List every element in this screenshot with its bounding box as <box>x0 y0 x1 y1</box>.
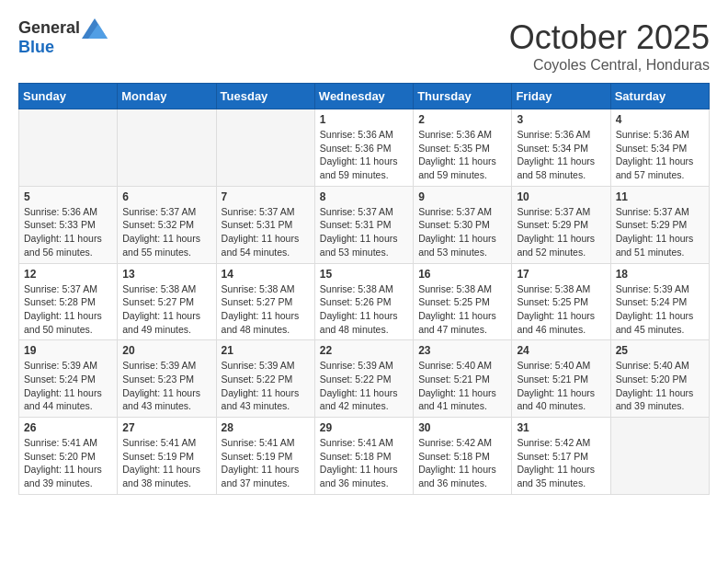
calendar-cell <box>610 418 709 495</box>
day-number: 2 <box>418 113 506 126</box>
daylight-text: Daylight: 11 hours and 39 minutes. <box>24 464 102 488</box>
daylight-text: Daylight: 11 hours and 50 minutes. <box>24 310 102 335</box>
sunset-text: Sunset: 5:26 PM <box>320 296 392 307</box>
weekday-header-monday: Monday <box>118 84 216 109</box>
page-header: General Blue October 2025 Coyoles Centra… <box>18 18 710 74</box>
sunrise-text: Sunrise: 5:37 AM <box>24 283 97 294</box>
day-info: Sunrise: 5:37 AMSunset: 5:32 PMDaylight:… <box>122 205 210 259</box>
day-info: Sunrise: 5:41 AMSunset: 5:20 PMDaylight:… <box>24 436 112 490</box>
sunset-text: Sunset: 5:25 PM <box>517 296 588 307</box>
sunset-text: Sunset: 5:28 PM <box>24 296 96 307</box>
day-number: 4 <box>616 113 704 126</box>
day-info: Sunrise: 5:40 AMSunset: 5:20 PMDaylight:… <box>616 359 704 413</box>
day-number: 5 <box>24 190 112 203</box>
daylight-text: Daylight: 11 hours and 36 minutes. <box>320 464 398 488</box>
sunset-text: Sunset: 5:33 PM <box>24 219 96 230</box>
sunrise-text: Sunrise: 5:37 AM <box>517 206 590 217</box>
calendar-cell: 7Sunrise: 5:37 AMSunset: 5:31 PMDaylight… <box>216 186 314 263</box>
sunset-text: Sunset: 5:18 PM <box>418 451 490 462</box>
sunset-text: Sunset: 5:29 PM <box>517 219 588 230</box>
calendar-week-row: 26Sunrise: 5:41 AMSunset: 5:20 PMDayligh… <box>19 418 710 495</box>
day-info: Sunrise: 5:36 AMSunset: 5:35 PMDaylight:… <box>418 128 506 182</box>
sunrise-text: Sunrise: 5:36 AM <box>616 129 689 140</box>
daylight-text: Daylight: 11 hours and 43 minutes. <box>222 387 300 412</box>
sunset-text: Sunset: 5:18 PM <box>320 451 392 462</box>
daylight-text: Daylight: 11 hours and 48 minutes. <box>320 310 398 335</box>
daylight-text: Daylight: 11 hours and 45 minutes. <box>616 310 694 335</box>
sunset-text: Sunset: 5:24 PM <box>24 373 96 385</box>
calendar-table: SundayMondayTuesdayWednesdayThursdayFrid… <box>18 83 710 495</box>
daylight-text: Daylight: 11 hours and 48 minutes. <box>222 310 300 335</box>
sunrise-text: Sunrise: 5:39 AM <box>222 360 295 371</box>
logo-icon <box>82 18 108 39</box>
calendar-cell: 3Sunrise: 5:36 AMSunset: 5:34 PMDaylight… <box>512 109 610 187</box>
calendar-cell <box>19 109 118 187</box>
sunset-text: Sunset: 5:34 PM <box>517 143 588 154</box>
day-info: Sunrise: 5:40 AMSunset: 5:21 PMDaylight:… <box>517 359 605 413</box>
sunrise-text: Sunrise: 5:39 AM <box>24 360 97 371</box>
day-number: 13 <box>122 268 210 281</box>
day-number: 24 <box>517 344 605 357</box>
sunrise-text: Sunrise: 5:41 AM <box>122 437 196 448</box>
daylight-text: Daylight: 11 hours and 44 minutes. <box>24 387 102 412</box>
day-number: 25 <box>616 344 704 357</box>
day-info: Sunrise: 5:39 AMSunset: 5:22 PMDaylight:… <box>320 359 408 413</box>
daylight-text: Daylight: 11 hours and 53 minutes. <box>418 233 496 258</box>
location-title: Coyoles Central, Honduras <box>509 57 710 74</box>
sunrise-text: Sunrise: 5:41 AM <box>24 437 97 448</box>
daylight-text: Daylight: 11 hours and 36 minutes. <box>418 464 496 488</box>
sunset-text: Sunset: 5:24 PM <box>616 296 688 307</box>
calendar-week-row: 12Sunrise: 5:37 AMSunset: 5:28 PMDayligh… <box>19 263 710 340</box>
sunrise-text: Sunrise: 5:36 AM <box>418 129 492 140</box>
logo-blue: Blue <box>18 39 108 57</box>
day-number: 11 <box>616 190 704 203</box>
weekday-header-thursday: Thursday <box>414 84 512 109</box>
daylight-text: Daylight: 11 hours and 39 minutes. <box>616 387 694 412</box>
day-number: 17 <box>517 268 605 281</box>
day-number: 15 <box>320 268 408 281</box>
day-number: 9 <box>418 190 506 203</box>
calendar-cell: 15Sunrise: 5:38 AMSunset: 5:26 PMDayligh… <box>314 263 413 340</box>
sunset-text: Sunset: 5:22 PM <box>320 373 392 385</box>
calendar-cell: 9Sunrise: 5:37 AMSunset: 5:30 PMDaylight… <box>414 186 512 263</box>
calendar-cell: 6Sunrise: 5:37 AMSunset: 5:32 PMDaylight… <box>118 186 216 263</box>
day-info: Sunrise: 5:37 AMSunset: 5:31 PMDaylight:… <box>222 205 310 259</box>
day-number: 16 <box>418 268 506 281</box>
day-info: Sunrise: 5:37 AMSunset: 5:30 PMDaylight:… <box>418 205 506 259</box>
day-number: 10 <box>517 190 605 203</box>
calendar-cell: 16Sunrise: 5:38 AMSunset: 5:25 PMDayligh… <box>414 263 512 340</box>
daylight-text: Daylight: 11 hours and 47 minutes. <box>418 310 496 335</box>
calendar-cell: 23Sunrise: 5:40 AMSunset: 5:21 PMDayligh… <box>414 340 512 418</box>
sunset-text: Sunset: 5:19 PM <box>122 451 194 462</box>
daylight-text: Daylight: 11 hours and 37 minutes. <box>222 464 300 488</box>
sunrise-text: Sunrise: 5:38 AM <box>517 283 590 294</box>
day-number: 18 <box>616 268 704 281</box>
daylight-text: Daylight: 11 hours and 57 minutes. <box>616 155 694 180</box>
day-info: Sunrise: 5:38 AMSunset: 5:26 PMDaylight:… <box>320 282 408 337</box>
day-number: 12 <box>24 268 112 281</box>
day-number: 7 <box>222 190 310 203</box>
calendar-cell: 5Sunrise: 5:36 AMSunset: 5:33 PMDaylight… <box>19 186 118 263</box>
sunrise-text: Sunrise: 5:38 AM <box>122 283 196 294</box>
day-number: 23 <box>418 344 506 357</box>
calendar-cell: 25Sunrise: 5:40 AMSunset: 5:20 PMDayligh… <box>610 340 709 418</box>
logo-general: General <box>18 19 80 38</box>
calendar-cell: 4Sunrise: 5:36 AMSunset: 5:34 PMDaylight… <box>610 109 709 187</box>
daylight-text: Daylight: 11 hours and 56 minutes. <box>24 233 102 258</box>
day-info: Sunrise: 5:36 AMSunset: 5:36 PMDaylight:… <box>320 128 408 182</box>
sunrise-text: Sunrise: 5:36 AM <box>320 129 393 140</box>
calendar-cell: 20Sunrise: 5:39 AMSunset: 5:23 PMDayligh… <box>118 340 216 418</box>
sunrise-text: Sunrise: 5:37 AM <box>122 206 196 217</box>
day-info: Sunrise: 5:40 AMSunset: 5:21 PMDaylight:… <box>418 359 506 413</box>
calendar-cell: 27Sunrise: 5:41 AMSunset: 5:19 PMDayligh… <box>118 418 216 495</box>
sunrise-text: Sunrise: 5:39 AM <box>616 283 689 294</box>
day-number: 6 <box>122 190 210 203</box>
calendar-cell: 2Sunrise: 5:36 AMSunset: 5:35 PMDaylight… <box>414 109 512 187</box>
day-number: 30 <box>418 421 506 434</box>
calendar-week-row: 1Sunrise: 5:36 AMSunset: 5:36 PMDaylight… <box>19 109 710 187</box>
sunset-text: Sunset: 5:35 PM <box>418 143 490 154</box>
calendar-cell: 28Sunrise: 5:41 AMSunset: 5:19 PMDayligh… <box>216 418 314 495</box>
sunrise-text: Sunrise: 5:36 AM <box>24 206 97 217</box>
sunset-text: Sunset: 5:30 PM <box>418 219 490 230</box>
sunset-text: Sunset: 5:21 PM <box>517 373 588 385</box>
